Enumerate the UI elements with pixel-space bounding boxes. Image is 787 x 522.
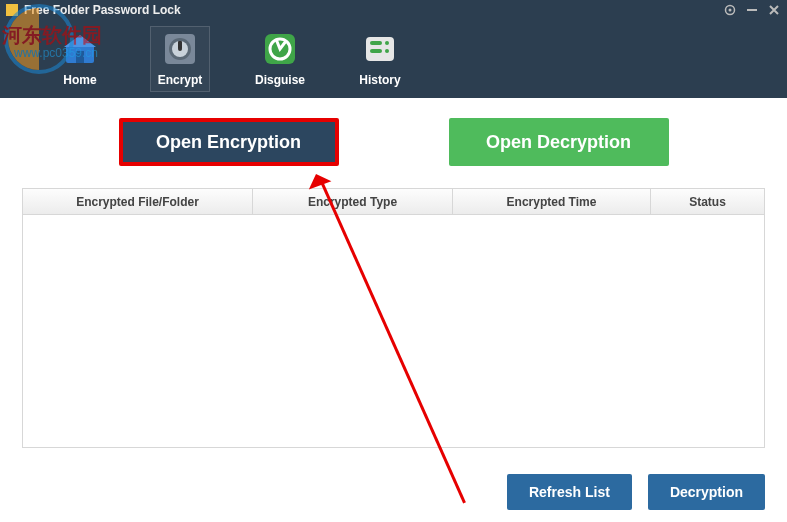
encrypted-grid: Encrypted File/Folder Encrypted Type Enc… bbox=[22, 188, 765, 448]
svg-marker-4 bbox=[64, 35, 96, 47]
toolbar-encrypt[interactable]: Encrypt bbox=[150, 26, 210, 92]
disguise-icon bbox=[260, 29, 300, 69]
close-icon[interactable] bbox=[767, 3, 781, 17]
svg-rect-16 bbox=[370, 49, 382, 53]
grid-header: Encrypted File/Folder Encrypted Type Enc… bbox=[23, 189, 764, 215]
col-file[interactable]: Encrypted File/Folder bbox=[23, 189, 253, 214]
toolbar-label: Encrypt bbox=[151, 73, 209, 87]
home-icon bbox=[60, 29, 100, 69]
svg-point-15 bbox=[385, 41, 389, 45]
svg-point-10 bbox=[178, 47, 182, 51]
col-status[interactable]: Status bbox=[651, 189, 764, 214]
open-encryption-button[interactable]: Open Encryption bbox=[119, 118, 339, 166]
toolbar-history[interactable]: History bbox=[350, 26, 410, 92]
toolbar-home[interactable]: Home bbox=[50, 26, 110, 92]
window-title: Free Folder Password Lock bbox=[24, 3, 181, 17]
content-area: Open Encryption Open Decryption Encrypte… bbox=[0, 98, 787, 448]
minimize-icon[interactable] bbox=[745, 3, 759, 17]
toolbar-disguise[interactable]: Disguise bbox=[250, 26, 310, 92]
col-time[interactable]: Encrypted Time bbox=[453, 189, 651, 214]
svg-point-17 bbox=[385, 49, 389, 53]
toolbar-label: Disguise bbox=[251, 73, 309, 87]
refresh-list-button[interactable]: Refresh List bbox=[507, 474, 632, 510]
app-icon bbox=[6, 4, 18, 16]
toolbar-label: Home bbox=[51, 73, 109, 87]
toolbar-label: History bbox=[351, 73, 409, 87]
encrypt-icon bbox=[160, 29, 200, 69]
open-decryption-button[interactable]: Open Decryption bbox=[449, 118, 669, 166]
svg-rect-14 bbox=[370, 41, 382, 45]
svg-point-1 bbox=[729, 9, 732, 12]
svg-rect-2 bbox=[747, 9, 757, 11]
svg-rect-5 bbox=[76, 51, 84, 63]
history-icon bbox=[360, 29, 400, 69]
settings-icon[interactable] bbox=[723, 3, 737, 17]
titlebar: Free Folder Password Lock bbox=[0, 0, 787, 20]
main-toolbar: Home Encrypt Disguise History bbox=[0, 20, 787, 98]
col-type[interactable]: Encrypted Type bbox=[253, 189, 453, 214]
decryption-button[interactable]: Decryption bbox=[648, 474, 765, 510]
